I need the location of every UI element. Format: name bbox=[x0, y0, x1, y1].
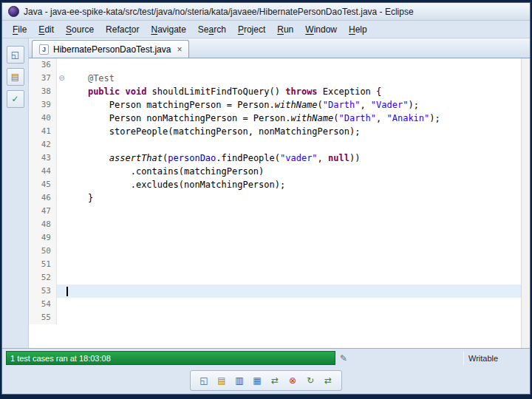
code-text: public void shouldLimitFindToQuery() thr… bbox=[66, 85, 381, 98]
tab-close-icon[interactable]: × bbox=[175, 44, 182, 55]
code-text: .excludes(nonMatchingPerson); bbox=[66, 178, 285, 191]
menu-item-source[interactable]: Source bbox=[60, 22, 100, 37]
line-number: 51 bbox=[29, 258, 57, 271]
code-line[interactable]: 51 bbox=[29, 258, 521, 271]
menu-item-file[interactable]: File bbox=[7, 22, 33, 37]
code-line-body: .contains(matchingPerson) bbox=[57, 165, 521, 178]
test-progress-bar: 1 test cases ran at 18:03:08 bbox=[6, 351, 335, 365]
menu-item-refactor[interactable]: Refactor bbox=[100, 22, 145, 37]
code-line-body bbox=[57, 298, 521, 311]
title-bar[interactable]: Java - java-ee-spike-kata/src/test/java/… bbox=[2, 3, 530, 21]
code-line[interactable]: 40 Person nonMatchingPerson = Person.wit… bbox=[29, 112, 521, 125]
code-line[interactable]: 44 .contains(matchingPerson) bbox=[29, 165, 521, 178]
line-number: 54 bbox=[29, 298, 57, 311]
line-number: 46 bbox=[29, 191, 57, 205]
code-line-body bbox=[57, 138, 521, 151]
bottom-trim-area: ◱▤▥▦⇄⊗↻⇄ bbox=[2, 367, 530, 394]
code-line[interactable]: 42 bbox=[29, 138, 521, 151]
fold-margin bbox=[57, 125, 66, 138]
code-line-body: public void shouldLimitFindToQuery() thr… bbox=[57, 85, 521, 98]
line-number: 55 bbox=[29, 311, 57, 324]
menu-item-help[interactable]: Help bbox=[343, 22, 373, 37]
code-line[interactable]: 43 assertThat(personDao.findPeople("vade… bbox=[29, 151, 521, 165]
fold-margin bbox=[57, 311, 66, 324]
code-line-body bbox=[57, 218, 521, 231]
code-line-body: storePeople(matchingPerson, nonMatchingP… bbox=[57, 125, 521, 138]
fold-margin bbox=[57, 138, 66, 151]
line-number: 49 bbox=[29, 231, 57, 245]
fold-margin bbox=[57, 284, 66, 298]
code-line[interactable]: 39 Person matchingPerson = Person.withNa… bbox=[29, 98, 521, 112]
java-file-icon: J bbox=[39, 44, 49, 55]
line-number: 44 bbox=[29, 165, 57, 178]
code-line[interactable]: 49 bbox=[29, 231, 521, 245]
code-text: .contains(matchingPerson) bbox=[66, 165, 264, 178]
fold-margin bbox=[57, 112, 66, 125]
code-line-body bbox=[57, 231, 521, 245]
fold-margin bbox=[57, 191, 66, 205]
menu-item-window[interactable]: Window bbox=[299, 22, 343, 37]
line-number: 38 bbox=[29, 85, 57, 98]
restore-junit-view-icon[interactable]: ◱ bbox=[197, 373, 211, 388]
relaunch-icon[interactable]: ⇄ bbox=[321, 373, 335, 388]
line-number: 50 bbox=[29, 245, 57, 258]
rerun-failed-test-icon[interactable]: ↻ bbox=[303, 373, 318, 388]
rerun-tests-icon[interactable]: ⇄ bbox=[267, 373, 282, 388]
tab-label: HibernatePersonDaoTest.java bbox=[53, 44, 171, 55]
code-line[interactable]: 55 bbox=[29, 311, 521, 324]
overview-ruler[interactable] bbox=[521, 58, 530, 348]
menu-item-edit[interactable]: Edit bbox=[33, 22, 60, 37]
code-line[interactable]: 41 storePeople(matchingPerson, nonMatchi… bbox=[29, 125, 521, 138]
test-hierarchy-icon[interactable]: ▤ bbox=[214, 373, 229, 388]
code-line[interactable]: 53 bbox=[29, 284, 521, 298]
code-line-body: Person nonMatchingPerson = Person.withNa… bbox=[57, 112, 521, 125]
line-number: 53 bbox=[29, 284, 57, 298]
code-text: assertThat(personDao.findPeople("vader",… bbox=[66, 151, 360, 165]
menu-item-project[interactable]: Project bbox=[232, 22, 271, 37]
menu-item-run[interactable]: Run bbox=[271, 22, 299, 37]
code-line[interactable]: 50 bbox=[29, 245, 521, 258]
junit-view-icon[interactable]: ✓ bbox=[7, 90, 24, 108]
code-lines: 3637⊖ @Test38 public void shouldLimitFin… bbox=[29, 58, 521, 348]
fold-margin bbox=[57, 165, 66, 178]
code-line[interactable]: 48 bbox=[29, 218, 521, 231]
eclipse-app-icon bbox=[8, 6, 19, 17]
menu-item-navigate[interactable]: Navigate bbox=[145, 22, 191, 37]
status-bar: 1 test cases ran at 18:03:08 ✎ Writable bbox=[2, 348, 530, 367]
line-number: 40 bbox=[29, 112, 57, 125]
code-line-body bbox=[57, 205, 521, 218]
code-line[interactable]: 36 bbox=[29, 58, 521, 72]
restore-view-icon[interactable]: ◱ bbox=[7, 46, 24, 64]
main-content: ◱▤✓ J HibernatePersonDaoTest.java × 3637… bbox=[2, 38, 530, 348]
code-line-body: } bbox=[57, 191, 521, 205]
stop-test-icon[interactable]: ⊗ bbox=[285, 373, 300, 388]
status-separator bbox=[463, 352, 464, 365]
code-line-body bbox=[57, 311, 521, 324]
line-number: 36 bbox=[29, 58, 57, 72]
code-line[interactable]: 46 } bbox=[29, 191, 521, 205]
fold-margin bbox=[57, 298, 66, 311]
package-explorer-icon[interactable]: ▤ bbox=[7, 68, 24, 86]
tab-hibernatepersondaotest[interactable]: J HibernatePersonDaoTest.java × bbox=[32, 40, 189, 58]
code-line[interactable]: 47 bbox=[29, 205, 521, 218]
code-line[interactable]: 54 bbox=[29, 298, 521, 311]
code-line-body bbox=[57, 58, 521, 72]
code-editor[interactable]: 3637⊖ @Test38 public void shouldLimitFin… bbox=[29, 58, 530, 348]
console-icon[interactable]: ▦ bbox=[250, 373, 265, 388]
line-number: 45 bbox=[29, 178, 57, 191]
editor-stack: J HibernatePersonDaoTest.java × 3637⊖ @T… bbox=[29, 38, 530, 348]
code-line[interactable]: 45 .excludes(nonMatchingPerson); bbox=[29, 178, 521, 191]
editor-tab-bar: J HibernatePersonDaoTest.java × bbox=[29, 38, 530, 58]
line-number: 52 bbox=[29, 271, 57, 284]
code-line[interactable]: 38 public void shouldLimitFindToQuery() … bbox=[29, 85, 521, 98]
line-number: 43 bbox=[29, 151, 57, 165]
fold-margin bbox=[57, 85, 66, 98]
line-number: 42 bbox=[29, 138, 57, 151]
menu-item-search[interactable]: Search bbox=[192, 22, 232, 37]
test-report-icon[interactable]: ▥ bbox=[232, 373, 247, 388]
fold-collapse-icon[interactable]: ⊖ bbox=[57, 72, 66, 85]
fold-margin bbox=[57, 205, 66, 218]
code-line[interactable]: 37⊖ @Test bbox=[29, 72, 521, 85]
line-number: 37 bbox=[29, 72, 57, 85]
code-line[interactable]: 52 bbox=[29, 271, 521, 284]
